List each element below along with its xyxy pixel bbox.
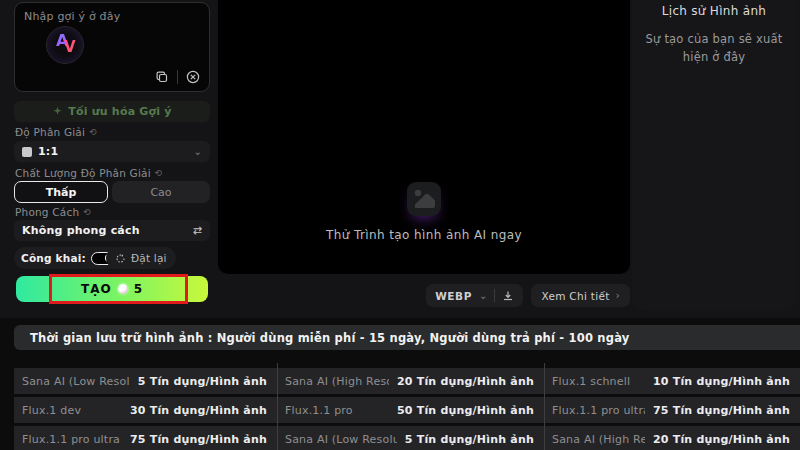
model-name: Flux.1 dev bbox=[22, 404, 81, 417]
model-name: Flux.1.1 pro bbox=[285, 404, 353, 417]
table-column-divider bbox=[277, 363, 278, 450]
model-name: Flux.1.1 pro ultra bbox=[22, 433, 120, 446]
pricing-cell: Flux.1.1 pro ultra 75 Tín dụng/Hình ảnh bbox=[544, 397, 800, 423]
chevron-down-icon: ⌄ bbox=[194, 146, 202, 157]
style-select[interactable]: Không phong cách ⇄ bbox=[14, 220, 210, 241]
quality-high-label: Cao bbox=[150, 186, 171, 199]
download-icon[interactable] bbox=[502, 290, 514, 302]
clear-prompt-icon[interactable] bbox=[184, 68, 202, 86]
reset-default-icon[interactable]: ⟲ bbox=[155, 168, 163, 178]
icon-divider bbox=[177, 70, 178, 84]
prompt-input[interactable]: Nhập gợi ý ở đây A V bbox=[14, 2, 210, 92]
generation-canvas: Thử Trình tạo hình ảnh AI ngay bbox=[218, 0, 630, 274]
optimize-prompt-label: Tối ưu hóa Gợi ý bbox=[68, 105, 171, 118]
chevron-right-icon: › bbox=[616, 289, 620, 302]
model-price: 75 Tín dụng/Hình ảnh bbox=[653, 404, 790, 417]
style-label-row: Phong Cách ⟲ bbox=[15, 206, 91, 218]
chevron-down-icon: ⌄ bbox=[479, 290, 487, 301]
model-price: 75 Tín dụng/Hình ảnh bbox=[130, 433, 267, 446]
pricing-cell: Flux.1 schnell 10 Tín dụng/Hình ảnh bbox=[544, 368, 800, 394]
storage-notice-bar: Thời gian lưu trữ hình ảnh : Người dùng … bbox=[14, 325, 800, 350]
model-price: 20 Tín dụng/Hình ảnh bbox=[397, 375, 534, 388]
canvas-empty-text: Thử Trình tạo hình ảnh AI ngay bbox=[218, 228, 630, 242]
reset-icon bbox=[115, 253, 126, 264]
image-placeholder-icon bbox=[407, 182, 441, 216]
resolution-select[interactable]: 1:1 ⌄ bbox=[14, 141, 210, 162]
copy-prompt-icon[interactable] bbox=[153, 68, 171, 86]
pricing-cell: Flux.1 dev 30 Tín dụng/Hình ảnh bbox=[14, 397, 277, 423]
quality-low-label: Thấp bbox=[46, 186, 77, 199]
reset-default-icon[interactable]: ⟲ bbox=[83, 207, 91, 217]
resolution-label: Độ Phân Giải bbox=[15, 126, 85, 138]
pricing-cell: Flux.1.1 pro 50 Tín dụng/Hình ảnh bbox=[277, 397, 544, 423]
credit-gem-icon bbox=[118, 284, 128, 294]
pricing-cell: Sana AI (High Resol... 20 Tín dụng/Hình … bbox=[544, 426, 800, 450]
generate-label: TẠO bbox=[81, 282, 112, 296]
pricing-cell: Flux.1.1 pro ultra 75 Tín dụng/Hình ảnh bbox=[14, 426, 277, 450]
style-label: Phong Cách bbox=[15, 206, 79, 218]
generate-cost: 5 bbox=[134, 282, 143, 296]
pricing-cell: Sana AI (Low Resoluti... 5 Tín dụng/Hình… bbox=[14, 368, 277, 394]
model-price: 30 Tín dụng/Hình ảnh bbox=[130, 404, 267, 417]
reset-default-icon[interactable]: ⟲ bbox=[89, 127, 97, 137]
generate-button[interactable]: TẠO 5 bbox=[16, 276, 208, 302]
pricing-cell: Sana AI (High Resol... 20 Tín dụng/Hình … bbox=[277, 368, 544, 394]
quality-label-row: Chất Lượng Độ Phân Giải ⟲ bbox=[15, 167, 163, 179]
quality-low-button[interactable]: Thấp bbox=[14, 181, 108, 203]
public-label: Công khai: bbox=[21, 252, 86, 264]
sparkle-icon bbox=[52, 106, 63, 117]
model-name: Flux.1.1 pro ultra bbox=[552, 404, 645, 417]
pricing-row: Flux.1 dev 30 Tín dụng/Hình ảnh Flux.1.1… bbox=[14, 397, 800, 423]
view-details-label: Xem Chi tiết bbox=[541, 290, 609, 302]
pricing-row: Sana AI (Low Resoluti... 5 Tín dụng/Hình… bbox=[14, 368, 800, 394]
model-name: Sana AI (High Resol... bbox=[552, 433, 645, 446]
aspect-square-icon bbox=[22, 147, 32, 157]
model-price: 50 Tín dụng/Hình ảnh bbox=[397, 404, 534, 417]
style-value: Không phong cách bbox=[22, 224, 187, 237]
resolution-label-row: Độ Phân Giải ⟲ bbox=[15, 126, 97, 138]
optimize-prompt-button[interactable]: Tối ưu hóa Gợi ý bbox=[14, 101, 210, 122]
table-column-divider bbox=[544, 363, 545, 450]
format-select[interactable]: WEBP ⌄ bbox=[426, 284, 523, 307]
history-panel: Lịch sử Hình ảnh Sự tạo của bạn sẽ xuất … bbox=[632, 0, 796, 311]
app-logo: A V bbox=[46, 26, 84, 64]
storage-notice-text: Thời gian lưu trữ hình ảnh : Người dùng … bbox=[30, 331, 629, 345]
prompt-placeholder: Nhập gợi ý ở đây bbox=[24, 10, 120, 23]
format-value: WEBP bbox=[435, 290, 472, 302]
model-name: Sana AI (Low Resoluti... bbox=[285, 433, 397, 446]
swap-icon: ⇄ bbox=[193, 224, 202, 237]
pricing-row: Flux.1.1 pro ultra 75 Tín dụng/Hình ảnh … bbox=[14, 426, 800, 450]
history-title: Lịch sử Hình ảnh bbox=[632, 4, 796, 18]
view-details-button[interactable]: Xem Chi tiết › bbox=[531, 284, 630, 307]
quality-label: Chất Lượng Độ Phân Giải bbox=[15, 167, 151, 179]
app-window: Nhập gợi ý ở đây A V Tối ưu hóa Gợi ý Độ… bbox=[0, 0, 800, 450]
canvas-footer: WEBP ⌄ Xem Chi tiết › bbox=[218, 284, 630, 307]
model-name: Sana AI (Low Resoluti... bbox=[22, 375, 130, 388]
model-price: 5 Tín dụng/Hình ảnh bbox=[405, 433, 534, 446]
model-name: Sana AI (High Resol... bbox=[285, 375, 389, 388]
history-empty-text: Sự tạo của bạn sẽ xuất hiện ở đây bbox=[644, 30, 784, 67]
model-price: 10 Tín dụng/Hình ảnh bbox=[653, 375, 790, 388]
reset-button[interactable]: Đặt lại bbox=[106, 247, 176, 269]
resolution-value: 1:1 bbox=[38, 145, 188, 158]
pricing-cell: Sana AI (Low Resoluti... 5 Tín dụng/Hình… bbox=[277, 426, 544, 450]
model-price: 20 Tín dụng/Hình ảnh bbox=[653, 433, 790, 446]
reset-label: Đặt lại bbox=[131, 252, 167, 264]
quality-high-button[interactable]: Cao bbox=[112, 181, 210, 203]
pill-divider bbox=[494, 289, 495, 302]
model-price: 5 Tín dụng/Hình ảnh bbox=[138, 375, 267, 388]
model-name: Flux.1 schnell bbox=[552, 375, 630, 388]
